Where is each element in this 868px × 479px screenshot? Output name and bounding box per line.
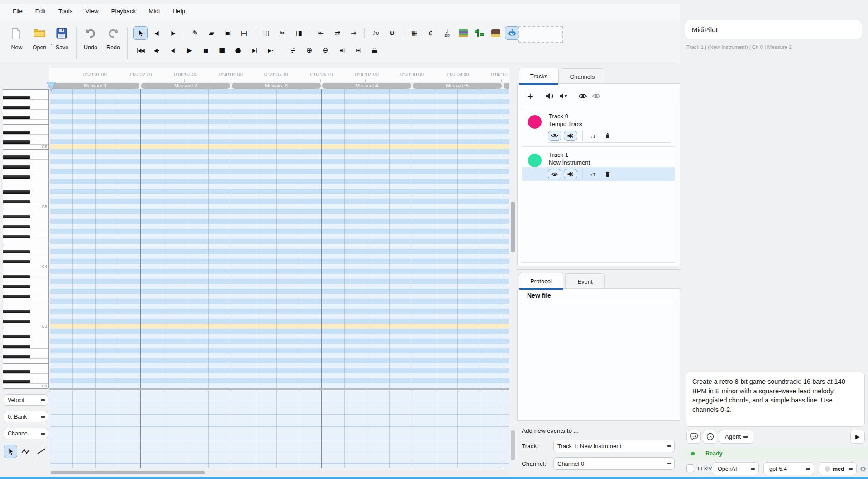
measure-pill[interactable]: Measure 3 [232,83,321,89]
white-key[interactable] [3,110,48,115]
white-key[interactable] [3,169,48,174]
velocity-select-tool[interactable] [4,445,17,458]
mute-notes-button[interactable]: ♪ [286,44,300,57]
grid-row[interactable] [50,159,509,164]
open-button[interactable]: Open▾ [28,24,51,58]
add-track-button[interactable]: + [523,90,537,102]
grid-row[interactable] [50,378,509,383]
grid-row[interactable] [50,189,509,194]
menu-playback[interactable]: Playback [105,5,143,17]
select-tool[interactable] [133,26,148,40]
white-key[interactable] [3,100,48,105]
piano-keyboard[interactable]: C6C5C4C3C2 [3,89,49,388]
grid-row[interactable] [50,204,509,209]
panel-splitter[interactable] [516,269,681,270]
grid-row[interactable] [50,129,509,134]
ffxiv-checkbox[interactable] [686,464,694,472]
grid-row[interactable] [50,353,509,358]
pencil-tool[interactable]: ✎ [188,26,202,40]
grid-row[interactable] [50,299,509,304]
eraser-tool[interactable]: ▰ [204,26,219,40]
prev-marker-button[interactable]: ◀• [149,44,164,57]
step-forward-button[interactable]: ▶| [247,44,262,57]
grid-row[interactable] [50,109,509,114]
menu-help[interactable]: Help [166,5,192,17]
tab-protocol[interactable]: Protocol [519,273,563,289]
white-key[interactable] [3,135,48,140]
track-row[interactable]: Track 1New InstrumentTT [522,150,676,189]
grid-row[interactable] [50,249,509,254]
white-key[interactable]: C4 [3,264,48,269]
grid-row[interactable] [50,314,509,319]
black-key[interactable] [3,344,48,349]
mute-all-button[interactable] [556,90,570,102]
grid-row[interactable] [50,94,509,99]
tab-channels[interactable]: Channels [561,68,604,84]
grid-row[interactable] [50,274,509,279]
white-key[interactable]: C5 [3,204,48,209]
grid-row[interactable] [50,134,509,139]
paste-tool[interactable]: ▤ [237,26,251,40]
unmute-all-button[interactable] [543,90,556,102]
grid-row[interactable] [50,294,509,299]
redo-button[interactable]: Redo [102,24,125,58]
white-key[interactable] [3,120,48,125]
track-select[interactable]: Track 1: New Instrument [553,440,675,452]
menu-file[interactable]: File [6,5,29,17]
white-key[interactable] [3,349,48,354]
track-visible-toggle[interactable] [548,131,561,141]
grid-row[interactable] [50,254,509,259]
grid-row[interactable] [50,319,509,324]
white-key[interactable] [3,254,48,259]
white-key[interactable] [3,359,48,364]
menu-tools[interactable]: Tools [52,5,79,17]
black-key[interactable] [3,354,48,359]
velocity-curve-tool[interactable] [19,445,33,458]
protocol-entry[interactable]: New file [527,292,551,299]
zoom-in-button[interactable]: ⊕ [302,44,317,57]
scissors-tool[interactable]: ✂ [275,26,290,40]
white-key[interactable]: C6 [3,145,48,150]
playhead-marker[interactable] [46,82,57,92]
save-button[interactable]: Save [51,24,73,58]
black-key[interactable] [3,249,48,254]
white-key[interactable] [3,299,48,304]
white-key[interactable] [3,125,48,130]
grid-row[interactable] [50,239,509,244]
measure-bar[interactable]: Measure 1Measure 2Measure 3Measure 4Meas… [50,83,509,89]
grid-row[interactable] [50,329,509,334]
grid-row[interactable] [50,234,509,239]
grid-row[interactable] [50,229,509,234]
white-key[interactable] [3,329,48,334]
black-key[interactable] [3,334,48,339]
grid-row[interactable] [50,284,509,289]
grid-row[interactable] [50,373,509,378]
grid-row[interactable] [50,368,509,373]
pause-button[interactable]: ▮▮ [198,44,213,57]
horizontal-scrollbar[interactable] [50,470,509,475]
track-delete-button[interactable] [602,131,614,141]
white-key[interactable] [3,160,48,165]
track-color-swatch[interactable] [528,115,542,129]
grid-row[interactable] [50,99,509,104]
black-key[interactable] [3,155,48,160]
zoom-out-time-button[interactable]: ⊖| [351,44,365,57]
black-key[interactable] [3,369,48,374]
tab-event[interactable]: Event [565,273,605,289]
grid-row[interactable] [50,169,509,174]
grid-row[interactable] [50,114,509,119]
black-key[interactable] [3,294,48,299]
zoom-in-time-button[interactable]: ⊕| [335,44,349,57]
vertical-scrollbar[interactable] [510,89,515,468]
grid-row[interactable] [50,309,509,314]
velocity-line-tool[interactable] [34,445,48,458]
white-key[interactable] [3,374,48,379]
grid-row[interactable] [50,164,509,169]
measure-pill[interactable]: Measure 5 [413,83,502,89]
black-key[interactable] [3,309,48,314]
grid-row[interactable] [50,119,509,124]
black-key[interactable] [3,284,48,289]
track-audible-toggle[interactable] [564,169,577,179]
piano-roll-grid[interactable] [50,89,509,388]
magnet-tool[interactable]: ∪ [385,26,399,40]
